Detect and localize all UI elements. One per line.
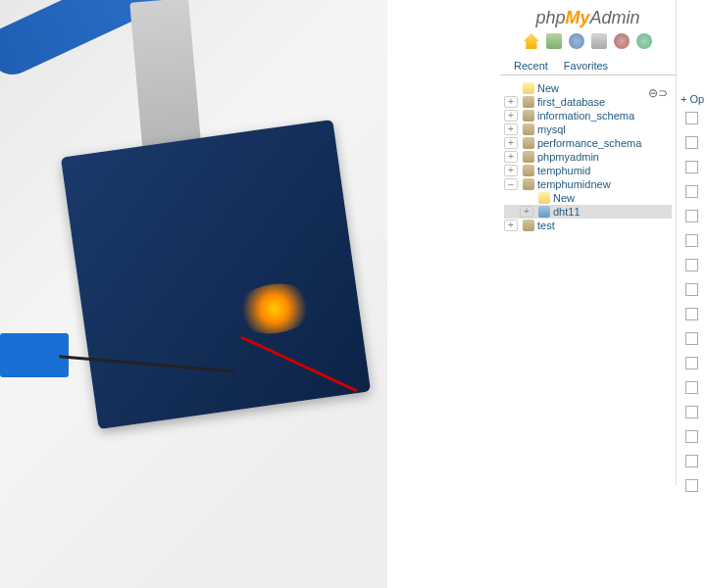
row-checkbox[interactable]: [685, 406, 698, 418]
arduino-board: [61, 120, 371, 429]
row-checkbox[interactable]: [685, 479, 698, 492]
row-checkbox[interactable]: [685, 210, 698, 222]
docs-icon[interactable]: [591, 33, 607, 49]
row-checkbox[interactable]: [685, 185, 698, 198]
tab-favorites[interactable]: Favorites: [556, 57, 616, 74]
node-label: New: [537, 82, 559, 94]
row-checkbox[interactable]: [685, 234, 698, 247]
tabs: Recent Favorites: [500, 55, 676, 75]
tree-node-mysql[interactable]: +mysql: [504, 122, 672, 136]
node-label: performance_schema: [537, 137, 641, 149]
logo-admin: Admin: [590, 8, 640, 27]
node-label: temphumid: [537, 165, 590, 176]
tree-node-temphumid[interactable]: +temphumid: [504, 164, 672, 177]
node-label: test: [537, 220, 555, 231]
toolbar: [500, 30, 676, 55]
new-icon: [523, 82, 534, 94]
row-checkbox[interactable]: [685, 357, 698, 369]
row-checkbox[interactable]: [685, 259, 698, 271]
tree-node-phpmyadmin[interactable]: +phpmyadmin: [504, 150, 672, 164]
db-icon: [523, 123, 534, 135]
help-icon[interactable]: [569, 33, 584, 49]
right-strip: + Op: [678, 0, 707, 588]
tree-node-new[interactable]: New: [504, 191, 672, 205]
tree-node-information-schema[interactable]: +information_schema: [504, 109, 672, 122]
row-checkbox[interactable]: [685, 283, 698, 296]
db-icon: [523, 178, 534, 190]
node-label: phpmyadmin: [537, 151, 599, 163]
home-icon[interactable]: [524, 33, 539, 49]
expand-icon[interactable]: +: [504, 165, 518, 176]
row-checkbox[interactable]: [685, 161, 698, 173]
row-checkbox[interactable]: [685, 381, 698, 394]
tab-recent[interactable]: Recent: [506, 57, 556, 74]
node-label: mysql: [537, 123, 566, 135]
gap: [387, 0, 500, 588]
tree-node-new[interactable]: New: [504, 81, 672, 95]
node-label: temphumidnew: [537, 178, 611, 190]
db-icon: [523, 220, 534, 231]
db-icon: [523, 165, 534, 176]
node-label: dht11: [553, 206, 581, 218]
tree-node-dht11[interactable]: +dht11: [504, 205, 672, 219]
phpmyadmin-logo[interactable]: phpMyAdmin: [500, 0, 676, 30]
row-checkbox[interactable]: [685, 136, 698, 149]
new-icon: [538, 192, 550, 204]
row-checkbox[interactable]: [685, 112, 698, 124]
sql-icon[interactable]: [546, 33, 562, 49]
node-label: information_schema: [537, 110, 634, 122]
node-label: first_database: [537, 96, 605, 108]
expand-icon[interactable]: +: [504, 110, 518, 122]
tree-node-test[interactable]: +test: [504, 219, 672, 232]
expand-icon[interactable]: +: [504, 123, 518, 135]
db-icon: [523, 110, 534, 122]
row-checkbox[interactable]: [685, 430, 698, 443]
node-label: New: [553, 192, 575, 204]
hardware-photo: [0, 0, 387, 588]
db-icon: [523, 96, 534, 108]
settings-icon[interactable]: [614, 33, 630, 49]
options-link[interactable]: + Op: [681, 93, 704, 105]
expand-icon[interactable]: +: [504, 220, 518, 231]
tree-node-temphumidnew[interactable]: –temphumidnew: [504, 177, 672, 191]
table-icon: [538, 206, 550, 218]
row-checkbox[interactable]: [685, 308, 698, 320]
expand-icon[interactable]: +: [504, 137, 518, 149]
logo-php: php: [535, 8, 565, 27]
logo-my: My: [566, 8, 590, 27]
expand-icon[interactable]: +: [520, 206, 533, 218]
checkbox-column: [685, 112, 698, 504]
row-checkbox[interactable]: [685, 455, 698, 467]
expand-icon[interactable]: +: [504, 96, 518, 108]
unlink-icon[interactable]: ⊖⊃: [648, 86, 668, 100]
tree-node-performance-schema[interactable]: +performance_schema: [504, 136, 672, 150]
expand-icon[interactable]: +: [504, 151, 518, 163]
db-icon: [523, 137, 534, 149]
db-icon: [523, 151, 534, 163]
tree-node-first-database[interactable]: +first_database: [504, 95, 672, 109]
reload-icon[interactable]: [636, 33, 652, 49]
row-checkbox[interactable]: [685, 332, 698, 345]
phpmyadmin-panel: phpMyAdmin Recent Favorites ⊖⊃ New+first…: [500, 0, 707, 588]
collapse-icon[interactable]: –: [504, 178, 518, 190]
